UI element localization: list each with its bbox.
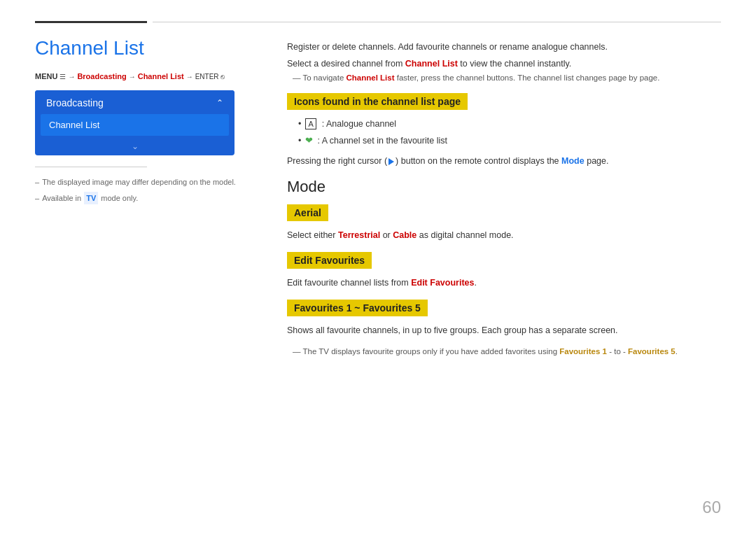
intro-note-before: To navigate	[303, 73, 346, 82]
pressing-before: Pressing the right cursor (	[287, 156, 387, 166]
fav-note-link2: Favourites 5	[628, 347, 676, 356]
broadcasting-label: Broadcasting	[46, 97, 104, 108]
aerial-link1: Terrestrial	[338, 230, 380, 240]
aerial-body: Select either Terrestrial or Cable as di…	[287, 228, 721, 242]
note-item-1: The displayed image may differ depending…	[35, 176, 259, 189]
chevron-up-icon: ⌃	[216, 98, 223, 108]
page-number: 60	[702, 498, 721, 517]
aerial-heading: Aerial	[287, 204, 328, 221]
fav-heading: Favourites 1 ~ Favourites 5	[287, 300, 428, 316]
breadcrumb-arrow-1: →	[68, 73, 75, 80]
edit-fav-after: .	[474, 278, 476, 288]
mode-heading: Mode	[287, 178, 721, 196]
edit-fav-body: Edit favourite channel lists from Edit F…	[287, 276, 721, 290]
fav-note: The TV displays favourite groups only if…	[293, 347, 721, 356]
chevron-down-row: ⌄	[35, 137, 234, 155]
icon-heart-symbol: ❤	[305, 134, 313, 148]
icon-list-item-1: A : Analogue channel	[298, 117, 721, 131]
note-item-2: Available in TV mode only.	[35, 192, 259, 205]
fav-note-after: .	[676, 347, 678, 356]
breadcrumb-broadcasting: Broadcasting	[77, 72, 126, 80]
pressing-after: ) button on the remote control displays …	[396, 156, 561, 166]
intro-note: To navigate Channel List faster, press t…	[293, 73, 721, 82]
top-rule	[35, 21, 721, 23]
breadcrumb-enter: ENTER ⎋	[195, 73, 225, 80]
channel-list-item[interactable]: Channel List	[41, 114, 229, 136]
pressing-link: Mode	[561, 156, 584, 166]
fav-body: Shows all favourite channels, in up to f…	[287, 323, 721, 337]
icon-a-symbol: A	[305, 117, 317, 131]
aerial-before: Select either	[287, 230, 338, 240]
icons-heading: Icons found in the channel list page	[287, 93, 468, 110]
favourites-subsection: Favourites 1 ~ Favourites 5 Shows all fa…	[287, 300, 721, 356]
icon2-label: : A channel set in the favourite list	[317, 134, 447, 148]
top-rule-light	[153, 22, 721, 22]
divider-line	[35, 167, 147, 167]
icon-bullet-list: A : Analogue channel ❤ : A channel set i…	[287, 117, 721, 148]
breadcrumb-arrow-3: →	[186, 73, 193, 80]
page-title: Channel List	[35, 37, 259, 59]
note-text-1: The displayed image may differ depending…	[42, 176, 236, 189]
broadcasting-header: Broadcasting ⌃	[35, 90, 234, 114]
icon-list-item-2: ❤ : A channel set in the favourite list	[298, 134, 721, 148]
left-column: Channel List MENU ☰ → Broadcasting → Cha…	[35, 37, 259, 534]
aerial-link2: Cable	[393, 230, 416, 240]
right-column: Register or delete channels. Add favouri…	[287, 37, 721, 534]
intro-text-2: Select a desired channel from Channel Li…	[287, 57, 721, 71]
icon1-label: : Analogue channel	[322, 117, 396, 131]
note-text-2-after: mode only.	[101, 192, 138, 205]
aerial-middle: or	[380, 230, 393, 240]
notes-section: The displayed image may differ depending…	[35, 176, 259, 204]
edit-favourites-subsection: Edit Favourites Edit favourite channel l…	[287, 252, 721, 290]
play-icon	[388, 158, 394, 165]
intro-note-after: faster, press the channel buttons. The c…	[395, 73, 660, 82]
intro-note-link: Channel List	[346, 73, 395, 82]
breadcrumb: MENU ☰ → Broadcasting → Channel List → E…	[35, 72, 259, 80]
mode-section: Mode Aerial Select either Terrestrial or…	[287, 178, 721, 356]
intro2-before: Select a desired channel from	[287, 59, 405, 69]
top-rule-dark	[35, 21, 147, 23]
fav-note-before: The TV displays favourite groups only if…	[303, 347, 560, 356]
icons-section: Icons found in the channel list page A :…	[287, 93, 721, 168]
note-tv-highlight: TV	[84, 192, 98, 205]
edit-fav-heading: Edit Favourites	[287, 252, 372, 269]
pressing-end: page.	[584, 156, 609, 166]
fav-note-link1: Favourites 1	[559, 347, 607, 356]
intro2-after: to view the channel instantly.	[458, 59, 571, 69]
breadcrumb-menu-icon: ☰	[59, 73, 66, 80]
aerial-subsection: Aerial Select either Terrestrial or Cabl…	[287, 204, 721, 242]
breadcrumb-menu-label: MENU	[35, 72, 57, 80]
breadcrumb-channel-list: Channel List	[138, 72, 184, 80]
broadcasting-panel: Broadcasting ⌃ Channel List ⌄	[35, 90, 234, 155]
edit-fav-link: Edit Favourites	[411, 278, 474, 288]
fav-note-mid1: - to -	[607, 347, 628, 356]
note-text-2-before: Available in	[42, 192, 81, 205]
chevron-down-icon: ⌄	[132, 141, 139, 151]
edit-fav-before: Edit favourite channel lists from	[287, 278, 411, 288]
aerial-after: as digital channel mode.	[416, 230, 513, 240]
intro-text-1: Register or delete channels. Add favouri…	[287, 40, 721, 54]
intro2-link: Channel List	[405, 59, 458, 69]
breadcrumb-arrow-2: →	[129, 73, 136, 80]
pressing-text: Pressing the right cursor () button on t…	[287, 154, 721, 168]
